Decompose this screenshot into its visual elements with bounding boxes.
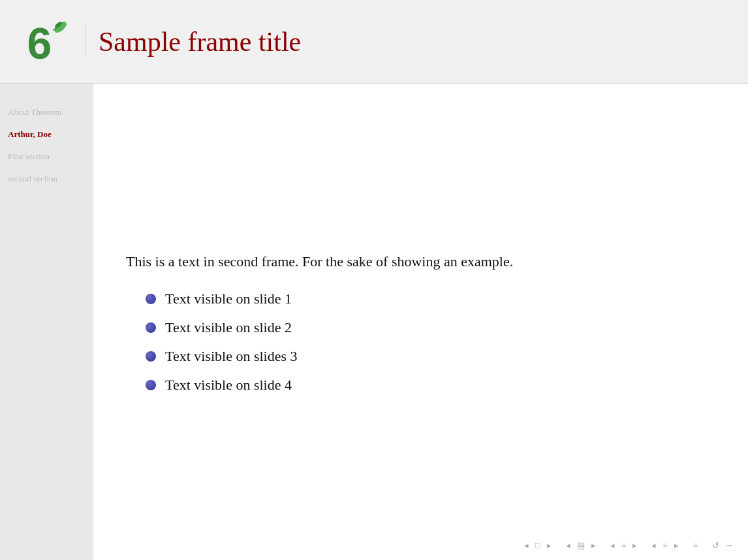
list-item: Text visible on slide 4	[146, 377, 715, 394]
bullet-dot-2	[146, 322, 156, 333]
sidebar-item-first-section[interactable]: First section	[5, 150, 88, 163]
nav-next4-btn[interactable]: ▸	[672, 539, 681, 552]
sidebar-item-second-section[interactable]: second section	[5, 172, 88, 185]
nav-lines-btn[interactable]: ≡	[619, 539, 628, 552]
header-title-area: Sample frame title	[85, 26, 735, 57]
nav-box-btn[interactable]: □	[533, 539, 542, 552]
bullet-dot-4	[146, 380, 156, 390]
list-item: Text visible on slide 2	[146, 319, 715, 336]
nav-menu-btn[interactable]: ≡	[691, 539, 700, 552]
sidebar: About Theorem Arthur, Doe First section …	[0, 84, 93, 560]
bullet-dot-3	[146, 351, 156, 362]
sidebar-item-arthur-doe[interactable]: Arthur, Doe	[5, 128, 88, 141]
slide: This is a text in second frame. For the …	[93, 84, 748, 560]
sidebar-item-about-theorem[interactable]: About Theorem	[5, 106, 88, 119]
nav-prev2-btn[interactable]: ◂	[564, 539, 572, 552]
nav-refresh-btn[interactable]: ↺	[710, 539, 721, 552]
nav-lines2-btn[interactable]: ≡	[661, 539, 669, 552]
bullet-text-1: Text visible on slide 1	[165, 290, 292, 307]
frame-title: Sample frame title	[99, 27, 301, 57]
slide-paragraph: This is a text in second frame. For the …	[126, 251, 715, 272]
bullet-text-2: Text visible on slide 2	[165, 319, 292, 336]
bullet-text-3: Text visible on slides 3	[165, 348, 298, 365]
bullet-list: Text visible on slide 1 Text visible on …	[126, 290, 715, 394]
list-item: Text visible on slides 3	[146, 348, 715, 365]
nav-tilde-btn[interactable]: ∽	[724, 539, 735, 552]
nav-next2-btn[interactable]: ▸	[589, 539, 598, 552]
slide-body: This is a text in second frame. For the …	[126, 110, 715, 521]
overleaf-logo: 6	[23, 16, 75, 68]
nav-footer: ◂ □ ▸ ◂ ▤ ▸ ◂ ≡ ▸ ◂ ≡ ▸ ≡ ↺ ∽	[522, 539, 735, 552]
svg-point-1	[52, 20, 68, 35]
slide-container: This is a text in second frame. For the …	[93, 84, 748, 560]
bullet-text-4: Text visible on slide 4	[165, 377, 292, 394]
nav-next3-btn[interactable]: ▸	[631, 539, 639, 552]
nav-prev4-btn[interactable]: ◂	[649, 539, 658, 552]
main: About Theorem Arthur, Doe First section …	[0, 84, 748, 560]
logo-area: 6	[13, 16, 85, 68]
nav-prev3-btn[interactable]: ◂	[608, 539, 617, 552]
svg-text:6: 6	[27, 18, 52, 67]
bullet-dot-1	[146, 294, 156, 304]
header: 6 Sample frame title	[0, 0, 748, 84]
list-item: Text visible on slide 1	[146, 290, 715, 307]
nav-prev-btn[interactable]: ◂	[522, 539, 531, 552]
nav-grid-btn[interactable]: ▤	[575, 539, 587, 552]
nav-next-btn[interactable]: ▸	[545, 539, 553, 552]
